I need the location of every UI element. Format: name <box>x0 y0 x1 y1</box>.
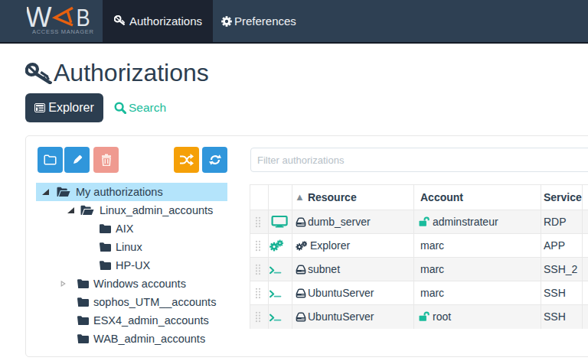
svg-text:B: B <box>77 6 90 29</box>
svg-text:W: W <box>27 6 52 29</box>
